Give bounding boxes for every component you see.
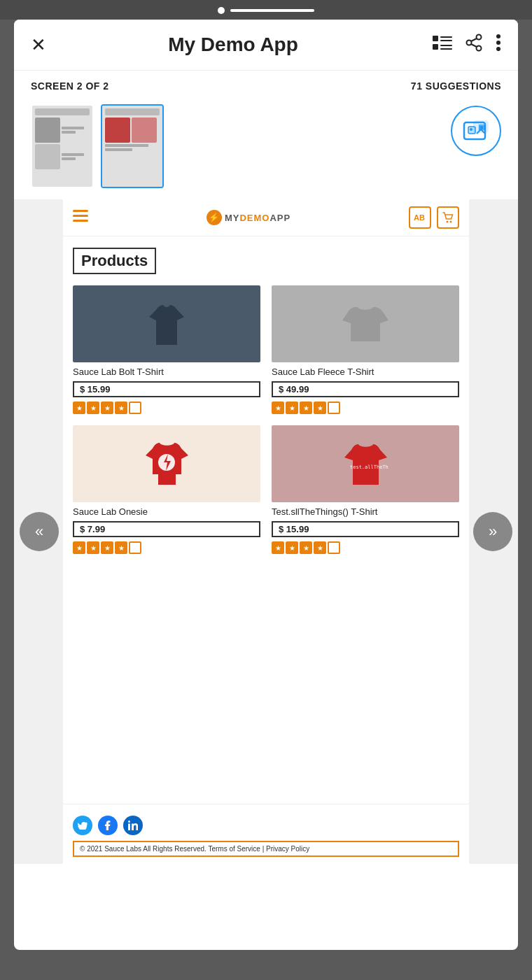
thumb2-line-1	[105, 144, 148, 147]
star-2-3: ★	[300, 402, 312, 414]
product-stars-1: ★ ★ ★ ★	[73, 402, 260, 414]
thumb-line-2	[62, 131, 76, 134]
svg-point-13	[496, 47, 500, 51]
suggestions-count: 71 SUGGESTIONS	[411, 80, 501, 92]
thumb-text-2	[62, 144, 90, 169]
thumb-text-1	[62, 118, 90, 143]
product-price-4: $ 15.99	[272, 521, 459, 537]
phone-container: ✕ My Demo App	[0, 0, 532, 980]
svg-point-12	[496, 41, 500, 45]
gallery-button[interactable]: ▣	[451, 106, 501, 156]
ab-test-icon[interactable]: AB	[409, 206, 431, 229]
thumb-img-2	[35, 144, 60, 169]
svg-point-25	[449, 221, 451, 223]
next-arrow-button[interactable]: »	[473, 512, 512, 551]
brand-text: MYDEMOAPP	[225, 213, 290, 223]
star-3-3: ★	[101, 541, 113, 554]
star-3-1: ★	[73, 541, 85, 554]
demo-nav: ⚡ MYDEMOAPP AB	[63, 199, 469, 236]
linkedin-icon[interactable]	[123, 816, 143, 835]
facebook-icon[interactable]	[98, 816, 118, 835]
thumbnail-1[interactable]	[31, 104, 94, 188]
thumb-line-3	[62, 153, 84, 156]
star-1-4: ★	[115, 402, 127, 414]
products-grid: Sauce Lab Bolt T-Shirt $ 15.99 ★ ★ ★ ★	[73, 285, 459, 554]
thumbnails-row: ▣	[14, 99, 518, 199]
share-icon[interactable]	[465, 34, 483, 56]
svg-rect-21	[73, 215, 88, 217]
thumb2-row-2	[105, 144, 160, 151]
app-card: ✕ My Demo App	[14, 20, 518, 950]
product-img-1	[73, 285, 260, 362]
demo-brand: ⚡ MYDEMOAPP	[206, 210, 290, 225]
hamburger-icon[interactable]	[73, 208, 88, 227]
star-2-4: ★	[314, 402, 326, 414]
svg-rect-4	[440, 45, 452, 46]
footer-social	[73, 816, 459, 835]
product-card-1[interactable]: Sauce Lab Bolt T-Shirt $ 15.99 ★ ★ ★ ★	[73, 285, 260, 414]
svg-rect-2	[440, 36, 452, 38]
star-4-3: ★	[300, 541, 312, 554]
demo-footer: © 2021 Sauce Labs All Rights Reserved. T…	[63, 804, 469, 864]
product-stars-4: ★ ★ ★ ★	[272, 541, 459, 554]
star-1-3: ★	[101, 402, 113, 414]
star-4-5	[328, 541, 340, 554]
svg-line-9	[471, 38, 477, 41]
svg-point-17	[470, 128, 472, 131]
thumb-img-1	[35, 118, 60, 143]
app-header: ✕ My Demo App	[14, 20, 518, 71]
prev-arrow-button[interactable]: «	[20, 512, 59, 551]
screen-info: SCREEN 2 OF 2 71 SUGGESTIONS	[14, 71, 518, 99]
thumb2-text-1	[105, 144, 160, 151]
app-preview: « ⚡ MYDEMOAPP	[14, 199, 518, 864]
product-img-4: test.allTheThings()	[272, 425, 459, 502]
product-name-3: Sauce Lab Onesie	[73, 506, 260, 517]
svg-rect-22	[73, 220, 88, 222]
svg-rect-3	[440, 40, 452, 41]
svg-rect-1	[433, 44, 438, 50]
svg-text:AB: AB	[414, 213, 425, 222]
product-price-2: $ 49.99	[272, 381, 459, 397]
twitter-icon[interactable]	[73, 816, 92, 835]
product-card-3[interactable]: Sauce Lab Onesie $ 7.99 ★ ★ ★ ★	[73, 425, 260, 554]
thumbnail-2[interactable]	[101, 104, 164, 188]
star-3-5	[129, 541, 141, 554]
svg-point-6	[477, 35, 482, 40]
star-2-5	[328, 402, 340, 414]
star-3-4: ★	[115, 541, 127, 554]
demo-app-inner: ⚡ MYDEMOAPP AB	[63, 199, 469, 864]
product-name-2: Sauce Lab Fleece T-Shirt	[272, 367, 459, 377]
product-name-1: Sauce Lab Bolt T-Shirt	[73, 367, 260, 377]
svg-rect-28	[128, 824, 130, 831]
svg-point-29	[128, 821, 130, 823]
status-dot	[218, 7, 225, 14]
svg-line-10	[471, 44, 477, 47]
list-icon[interactable]	[433, 35, 452, 55]
star-2-2: ★	[286, 402, 298, 414]
thumb-row-2	[35, 144, 90, 169]
svg-rect-0	[433, 36, 438, 41]
products-title: Products	[73, 248, 156, 274]
product-card-4[interactable]: test.allTheThings() Test.sllTheThings() …	[272, 425, 459, 554]
product-card-2[interactable]: Sauce Lab Fleece T-Shirt $ 49.99 ★ ★ ★ ★	[272, 285, 459, 414]
screen-counter: SCREEN 2 OF 2	[31, 80, 109, 92]
thumb2-mini-header	[105, 108, 160, 115]
thumb-line-4	[62, 157, 76, 160]
product-price-1: $ 15.99	[73, 381, 260, 397]
next-arrow-icon: »	[489, 523, 497, 541]
product-img-2	[272, 285, 459, 362]
svg-point-11	[496, 34, 500, 38]
app-title: My Demo App	[46, 34, 420, 56]
product-name-4: Test.sllTheThings() T-Shirt	[272, 506, 459, 517]
thumb2-img-2	[132, 118, 157, 143]
close-button[interactable]: ✕	[31, 34, 46, 56]
thumb-mini-header-1	[35, 108, 90, 115]
brand-bolt-icon: ⚡	[206, 210, 222, 225]
product-stars-2: ★ ★ ★ ★	[272, 402, 459, 414]
cart-icon[interactable]	[437, 206, 459, 229]
svg-text:test.allTheThings(): test.allTheThings()	[350, 464, 388, 470]
more-menu-icon[interactable]	[496, 34, 501, 56]
thumbnail-2-inner	[102, 106, 162, 187]
thumb2-row-1	[105, 118, 160, 143]
thumb-line-1	[62, 127, 84, 129]
